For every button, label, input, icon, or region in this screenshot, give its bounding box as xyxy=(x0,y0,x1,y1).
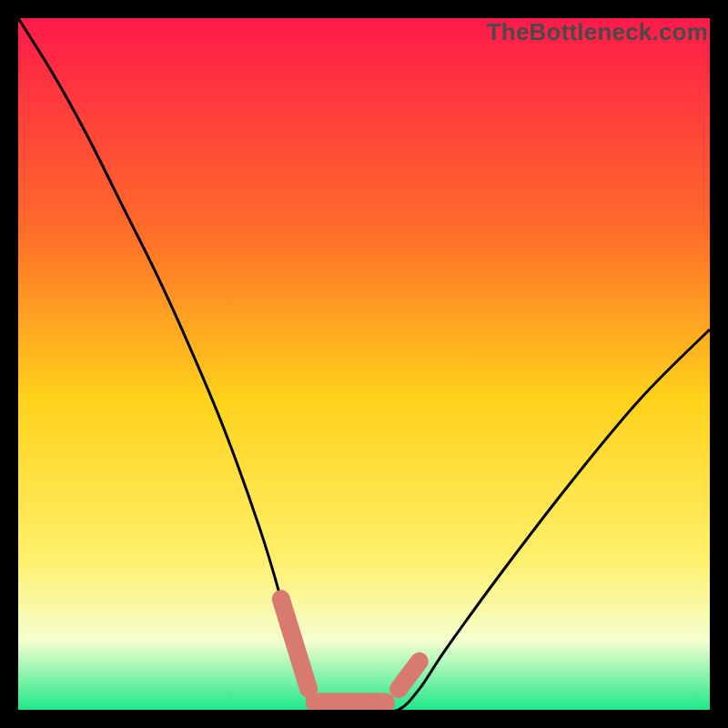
watermark-text: TheBottleneck.com xyxy=(487,18,708,46)
chart-frame: TheBottleneck.com xyxy=(0,0,728,728)
plot-area xyxy=(18,18,710,710)
bottleneck-chart xyxy=(18,18,710,710)
gradient-background xyxy=(18,18,710,710)
